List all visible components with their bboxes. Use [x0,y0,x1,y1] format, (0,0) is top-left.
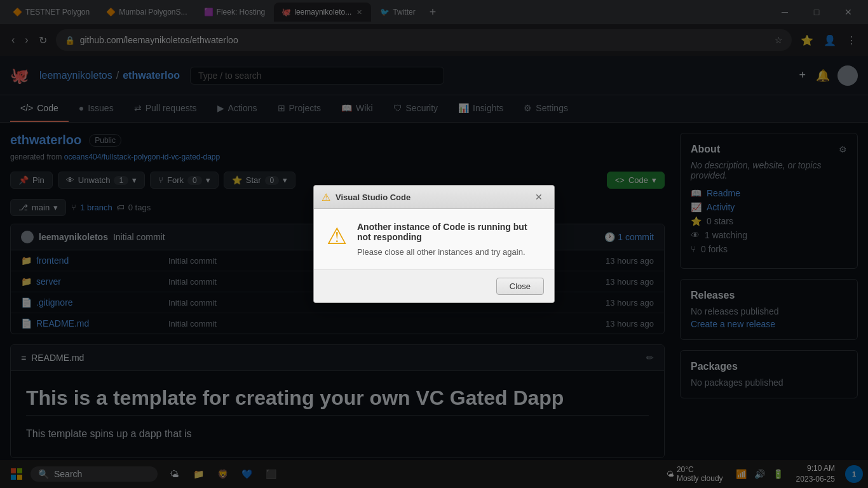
modal-warning-icon: ⚠ [327,223,347,257]
modal-content: Another instance of Code is running but … [357,222,541,257]
modal-close-button[interactable]: Close [496,278,544,295]
modal-main-text: Another instance of Code is running but … [357,222,541,242]
modal-overlay: ⚠ Visual Studio Code ✕ ⚠ Another instanc… [0,0,868,488]
modal-title-text: Visual Studio Code [336,193,526,202]
modal-title-warning-icon: ⚠ [322,191,330,203]
modal-footer: Close [314,269,554,302]
modal-sub-text: Please close all other instances and try… [357,247,541,257]
modal-titlebar-close-button[interactable]: ✕ [531,191,546,203]
vscode-dialog: ⚠ Visual Studio Code ✕ ⚠ Another instanc… [313,185,555,303]
modal-titlebar: ⚠ Visual Studio Code ✕ [314,186,554,209]
modal-body: ⚠ Another instance of Code is running bu… [314,209,554,269]
